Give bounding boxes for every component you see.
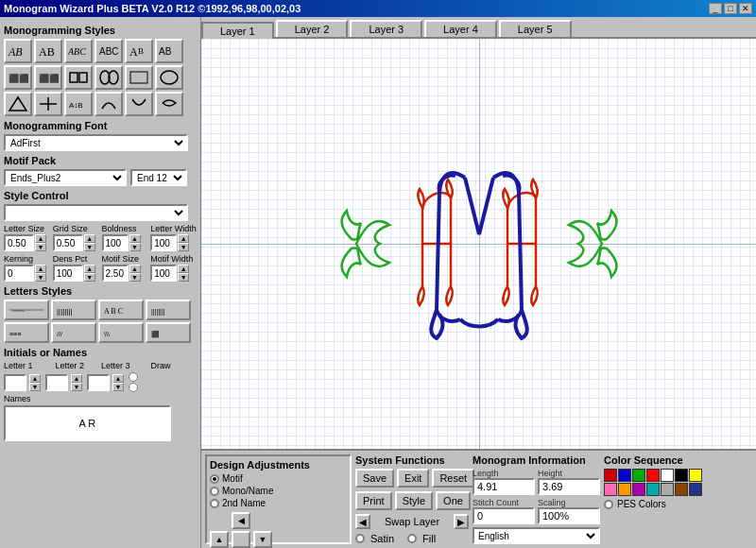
color-swatch-1[interactable] [604, 469, 617, 482]
letter-style-8[interactable]: ⬛ [146, 322, 191, 343]
radio-satin[interactable] [355, 534, 365, 543]
letter1-down[interactable]: ▼ [29, 383, 41, 391]
reset-button[interactable]: Reset [432, 469, 474, 488]
draw-radio-1[interactable] [129, 372, 138, 382]
tab-layer2[interactable]: Layer 2 [276, 20, 349, 37]
style-btn-12[interactable] [155, 65, 183, 90]
boldness-input[interactable] [102, 234, 129, 251]
letter-style-7[interactable]: \\\ [98, 322, 144, 343]
style-btn-16[interactable] [94, 92, 123, 116]
grid-size-up[interactable]: ▲ [84, 234, 95, 243]
close-button[interactable]: ✕ [739, 3, 752, 14]
maximize-button[interactable]: □ [724, 3, 737, 14]
color-swatch-5[interactable] [661, 469, 674, 482]
style-btn-6[interactable]: AB [155, 39, 183, 63]
style-btn-4[interactable]: ABC [94, 39, 123, 63]
tab-layer3[interactable]: Layer 3 [350, 20, 422, 37]
color-swatch-12[interactable] [661, 483, 674, 496]
kerning-input[interactable] [4, 265, 34, 282]
letter-style-3[interactable]: A B C [98, 300, 144, 320]
letter-style-1[interactable]: ~~~ [4, 300, 49, 320]
grid-size-input[interactable] [53, 234, 83, 251]
minimize-button[interactable]: _ [709, 3, 722, 14]
kerning-down[interactable]: ▼ [35, 273, 46, 282]
tab-layer1[interactable]: Layer 1 [201, 22, 274, 39]
save-button[interactable]: Save [355, 469, 394, 488]
adj-down-btn[interactable]: ▼ [253, 531, 272, 548]
color-swatch-7[interactable] [689, 469, 702, 482]
style-btn-1[interactable]: AB [4, 39, 32, 63]
tab-layer4[interactable]: Layer 4 [424, 20, 497, 37]
boldness-down[interactable]: ▼ [129, 243, 141, 251]
style-button[interactable]: Style [395, 491, 433, 510]
style-btn-8[interactable]: ⬛⬛ [34, 65, 62, 90]
motif-pack-select[interactable]: Ends_Plus2 [4, 169, 127, 186]
swap-left-btn[interactable]: ◀ [355, 514, 370, 529]
letter1-input[interactable] [4, 374, 26, 391]
font-select[interactable]: AdFirst [4, 134, 188, 151]
style-btn-11[interactable] [125, 65, 153, 90]
motif-width-down[interactable]: ▼ [178, 273, 189, 282]
color-swatch-4[interactable] [646, 469, 660, 482]
swap-right-btn[interactable]: ▶ [454, 514, 469, 529]
motif-end-select[interactable]: End 12 [130, 169, 187, 186]
draw-radio-2[interactable] [129, 383, 138, 392]
adj-up-btn[interactable]: ▲ [210, 531, 229, 548]
style-control-select[interactable] [4, 204, 188, 221]
radio-mono-name[interactable] [210, 487, 219, 496]
letter3-up[interactable]: ▲ [112, 374, 124, 383]
letter1-up[interactable]: ▲ [29, 374, 41, 383]
radio-pes-colors[interactable] [604, 500, 613, 509]
radio-fill[interactable] [407, 534, 417, 543]
style-btn-3[interactable]: ABC [64, 39, 93, 63]
letter-width-input[interactable] [150, 234, 177, 251]
language-select[interactable]: English [472, 527, 600, 544]
color-swatch-13[interactable] [675, 483, 688, 496]
style-btn-5[interactable]: AB [125, 39, 153, 63]
radio-motif[interactable] [210, 474, 219, 484]
letter-style-6[interactable]: /// [51, 322, 96, 343]
dens-pct-up[interactable]: ▲ [84, 265, 95, 273]
color-swatch-2[interactable] [618, 469, 631, 482]
one-button[interactable]: One [436, 491, 471, 510]
color-swatch-8[interactable] [604, 483, 617, 496]
letter-width-up[interactable]: ▲ [178, 234, 189, 243]
motif-size-down[interactable]: ▼ [129, 273, 141, 282]
letter2-input[interactable] [45, 374, 68, 391]
dens-pct-down[interactable]: ▼ [84, 273, 95, 282]
letter-width-down[interactable]: ▼ [178, 243, 189, 251]
adj-left-btn[interactable]: ◀ [232, 512, 250, 529]
motif-width-input[interactable] [150, 265, 177, 282]
letter-size-down[interactable]: ▼ [35, 243, 46, 251]
tab-layer5[interactable]: Layer 5 [499, 20, 572, 37]
color-swatch-14[interactable] [689, 483, 702, 496]
letter-style-4[interactable]: |||||||| [146, 300, 191, 320]
style-btn-15[interactable]: A↕B [64, 92, 93, 116]
grid-size-down[interactable]: ▼ [84, 243, 95, 251]
style-btn-2[interactable]: AB [34, 39, 62, 63]
style-btn-7[interactable]: ⬛⬛ [4, 65, 32, 90]
boldness-up[interactable]: ▲ [129, 234, 141, 243]
letter-style-2[interactable]: |||||||| [51, 300, 96, 320]
style-btn-9[interactable] [64, 65, 93, 90]
color-swatch-3[interactable] [632, 469, 645, 482]
style-btn-14[interactable] [34, 92, 62, 116]
print-button[interactable]: Print [355, 491, 392, 510]
motif-width-up[interactable]: ▲ [178, 265, 189, 273]
color-swatch-9[interactable] [618, 483, 631, 496]
dens-pct-input[interactable] [53, 265, 83, 282]
style-btn-13[interactable] [4, 92, 32, 116]
letter2-down[interactable]: ▼ [71, 383, 82, 391]
exit-button[interactable]: Exit [397, 469, 429, 488]
letter3-input[interactable] [87, 374, 110, 391]
motif-size-input[interactable] [102, 265, 129, 282]
style-btn-17[interactable] [125, 92, 153, 116]
radio-2nd-name[interactable] [210, 499, 219, 508]
letter-size-up[interactable]: ▲ [35, 234, 46, 243]
kerning-up[interactable]: ▲ [35, 265, 46, 273]
letter-size-input[interactable] [4, 234, 34, 251]
color-swatch-10[interactable] [632, 483, 645, 496]
color-swatch-6[interactable] [675, 469, 688, 482]
letter-style-5[interactable]: ≡≡≡ [4, 322, 49, 343]
style-btn-10[interactable] [94, 65, 123, 90]
